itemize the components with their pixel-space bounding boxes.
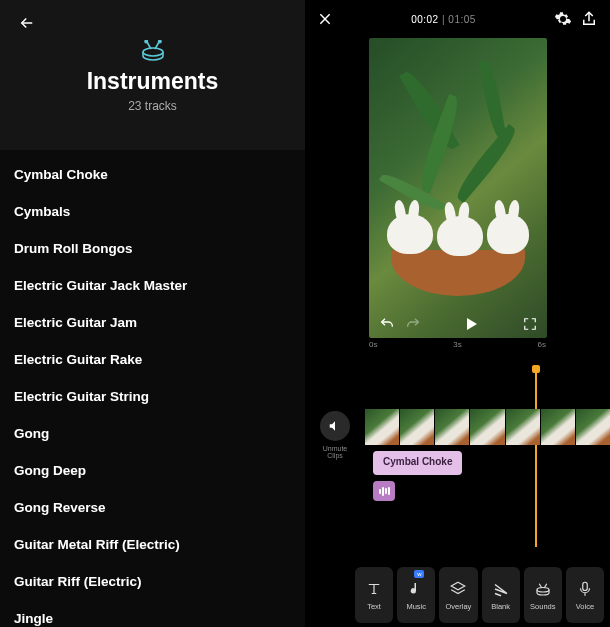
sounds-icon (534, 580, 552, 598)
tool-label: Sounds (530, 602, 555, 611)
ruler-tick: 3s (453, 340, 461, 349)
ruler-tick: 0s (369, 340, 377, 349)
track-count: 23 tracks (0, 99, 305, 113)
redo-button[interactable] (405, 316, 421, 332)
unmute-clips-button[interactable] (320, 411, 350, 441)
tool-voice[interactable]: Voice (566, 567, 604, 623)
preview-area (305, 38, 610, 338)
close-button[interactable] (317, 11, 333, 27)
track-item[interactable]: Gong (0, 415, 305, 452)
audio-waveform-icon[interactable] (373, 481, 395, 501)
time-total: 01:05 (448, 14, 476, 25)
clip-thumb[interactable] (470, 409, 504, 445)
tool-text[interactable]: Text (355, 567, 393, 623)
clip-thumb[interactable] (576, 409, 610, 445)
unmute-label: Unmute Clips (315, 445, 355, 459)
timeline: Unmute Clips Cymbal Choke Text w Music (305, 349, 610, 627)
svg-rect-4 (583, 582, 588, 590)
clip-thumb[interactable] (541, 409, 575, 445)
svg-point-0 (143, 48, 163, 56)
tool-label: Voice (576, 602, 594, 611)
badge: w (414, 570, 424, 578)
toolbar: Text w Music Overlay Blank Sounds Voi (305, 563, 610, 627)
track-item[interactable]: Gong Deep (0, 452, 305, 489)
track-item[interactable]: Guitar Riff (Electric) (0, 563, 305, 600)
clip-thumb[interactable] (435, 409, 469, 445)
video-preview[interactable] (369, 38, 547, 338)
editor-panel: 00:02 | 01:05 (305, 0, 610, 627)
svg-point-3 (537, 587, 549, 592)
tool-overlay[interactable]: Overlay (439, 567, 477, 623)
back-button[interactable] (18, 14, 36, 32)
track-item[interactable]: Cymbals (0, 193, 305, 230)
track-item[interactable]: Gong Reverse (0, 489, 305, 526)
category-title: Instruments (0, 68, 305, 95)
svg-point-1 (145, 40, 147, 42)
tool-sounds[interactable]: Sounds (524, 567, 562, 623)
track-item[interactable]: Cymbal Choke (0, 156, 305, 193)
track-item[interactable]: Jingle (0, 600, 305, 627)
voice-icon (576, 580, 594, 598)
blank-icon (492, 580, 510, 598)
time-display: 00:02 | 01:05 (411, 14, 476, 25)
time-current: 00:02 (411, 14, 439, 25)
track-item[interactable]: Electric Guitar Rake (0, 341, 305, 378)
track-item[interactable]: Electric Guitar Jack Master (0, 267, 305, 304)
editor-topbar: 00:02 | 01:05 (305, 0, 610, 38)
svg-point-2 (158, 40, 160, 42)
play-button[interactable] (467, 318, 477, 330)
track-item[interactable]: Electric Guitar String (0, 378, 305, 415)
clip-thumb[interactable] (400, 409, 434, 445)
tool-label: Blank (491, 602, 510, 611)
preview-controls (369, 316, 547, 332)
track-list: Cymbal Choke Cymbals Drum Roll Bongos El… (0, 150, 305, 627)
clip-thumb[interactable] (506, 409, 540, 445)
tool-blank[interactable]: Blank (482, 567, 520, 623)
tool-label: Text (367, 602, 381, 611)
time-ruler: 0s 3s 6s (305, 338, 610, 349)
settings-button[interactable] (554, 10, 572, 28)
tool-label: Music (406, 602, 426, 611)
playhead[interactable] (535, 369, 537, 547)
share-button[interactable] (580, 10, 598, 28)
text-icon (365, 580, 383, 598)
tool-music[interactable]: w Music (397, 567, 435, 623)
undo-button[interactable] (379, 316, 395, 332)
overlay-icon (449, 580, 467, 598)
sounds-sidebar: Instruments 23 tracks Cymbal Choke Cymba… (0, 0, 305, 627)
drum-icon (0, 40, 305, 62)
ruler-tick: 6s (538, 340, 546, 349)
track-item[interactable]: Guitar Metal Riff (Electric) (0, 526, 305, 563)
track-item[interactable]: Drum Roll Bongos (0, 230, 305, 267)
music-icon (407, 580, 425, 598)
video-track[interactable] (365, 409, 610, 445)
track-item[interactable]: Electric Guitar Jam (0, 304, 305, 341)
clip-thumb[interactable] (365, 409, 399, 445)
fullscreen-button[interactable] (523, 317, 537, 331)
tool-label: Overlay (446, 602, 472, 611)
audio-clip[interactable]: Cymbal Choke (373, 451, 462, 475)
sidebar-header: Instruments 23 tracks (0, 0, 305, 150)
